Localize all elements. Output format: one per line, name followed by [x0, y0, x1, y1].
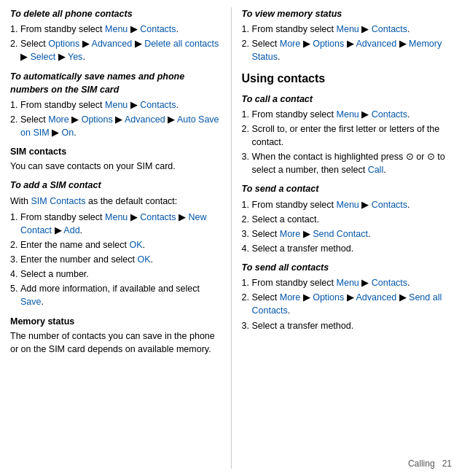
- left-column: To delete all phone contacts From standb…: [0, 7, 232, 469]
- section-autosave-title: To automatically save names and phone nu…: [10, 70, 221, 96]
- section-send-contact-steps: From standby select Menu ▶ Contacts. Sel…: [252, 198, 453, 256]
- section-delete-contacts: To delete all phone contacts From standb…: [10, 7, 221, 64]
- highlight: More: [280, 292, 300, 303]
- highlight: Options: [48, 39, 79, 49]
- section-call-contact: To call a contact From standby select Me…: [242, 93, 453, 177]
- section-view-memory-title: To view memory status: [242, 7, 453, 20]
- section-delete-steps: From standby select Menu ▶ Contacts. Sel…: [20, 23, 221, 63]
- section-sim-contacts: SIM contacts You can save contacts on yo…: [10, 145, 221, 173]
- section-add-sim-steps: From standby select Menu ▶ Contacts ▶ Ne…: [20, 211, 221, 309]
- right-column: To view memory status From standby selec…: [232, 7, 463, 469]
- highlight: Menu: [337, 24, 359, 34]
- section-add-sim: To add a SIM contact With SIM Contacts a…: [10, 179, 221, 308]
- list-item: From standby select Menu ▶ Contacts.: [20, 23, 221, 36]
- list-item: Select More ▶ Send Contact.: [252, 227, 453, 241]
- memory-status-body: The number of contacts you can save in t…: [10, 329, 221, 356]
- page: To delete all phone contacts From standb…: [0, 0, 462, 476]
- list-item: From standby select Menu ▶ Contacts.: [252, 198, 453, 211]
- highlight: Menu: [337, 278, 359, 288]
- highlight: SIM Contacts: [31, 196, 85, 206]
- highlight: OK: [129, 240, 142, 250]
- list-item: Scroll to, or enter the first letter or …: [252, 122, 453, 149]
- memory-status-heading: Memory status: [10, 315, 221, 328]
- highlight: More: [48, 114, 68, 125]
- footer: Calling 21: [408, 458, 452, 470]
- section-add-sim-title: To add a SIM contact: [10, 179, 221, 192]
- section-view-memory: To view memory status From standby selec…: [242, 7, 453, 64]
- section-add-sim-intro: With SIM Contacts as the default contact…: [10, 195, 221, 208]
- highlight: More: [280, 39, 300, 49]
- highlight: Contacts: [372, 109, 407, 120]
- list-item: Select a number.: [20, 268, 221, 281]
- section-send-all-steps: From standby select Menu ▶ Contacts. Sel…: [252, 276, 453, 332]
- footer-label: Calling: [408, 459, 435, 469]
- highlight: Advanced: [356, 39, 397, 49]
- highlight: Options: [313, 292, 344, 303]
- highlight: Save: [20, 297, 42, 307]
- highlight: Menu: [105, 100, 128, 110]
- footer-page: 21: [442, 459, 452, 469]
- list-item: From standby select Menu ▶ Contacts.: [252, 108, 453, 121]
- list-item: Select Options ▶ Advanced ▶ Delete all c…: [20, 37, 221, 63]
- section-call-contact-steps: From standby select Menu ▶ Contacts. Scr…: [252, 108, 453, 177]
- list-item: Select a transfer method.: [252, 242, 453, 255]
- section-send-all-contacts: To send all contacts From standby select…: [242, 261, 453, 332]
- highlight: OK: [138, 254, 151, 265]
- section-using-contacts: Using contacts: [242, 70, 453, 87]
- list-item: From standby select Menu ▶ Contacts.: [20, 98, 221, 112]
- list-item: When the contact is highlighted press ⊙ …: [252, 150, 453, 176]
- list-item: Select More ▶ Options ▶ Advanced ▶ Memor…: [252, 37, 453, 63]
- highlight: Options: [82, 114, 113, 125]
- list-item: Select More ▶ Options ▶ Advanced ▶ Send …: [252, 291, 453, 317]
- highlight: Contacts: [140, 24, 176, 34]
- highlight: Contacts: [372, 24, 407, 34]
- highlight: Menu: [105, 212, 128, 222]
- section-autosave-steps: From standby select Menu ▶ Contacts. Sel…: [20, 98, 221, 139]
- highlight: Send Contact: [313, 229, 368, 239]
- highlight: Add: [63, 225, 79, 235]
- list-item: Enter the number and select OK.: [20, 253, 221, 266]
- section-call-contact-title: To call a contact: [242, 93, 453, 106]
- highlight: Call: [368, 165, 384, 175]
- highlight: Contacts: [140, 100, 176, 110]
- section-send-all-title: To send all contacts: [242, 261, 453, 274]
- section-view-memory-steps: From standby select Menu ▶ Contacts. Sel…: [252, 23, 453, 63]
- highlight: Advanced: [92, 39, 133, 49]
- highlight: Advanced: [356, 292, 397, 303]
- highlight: On: [62, 128, 74, 138]
- list-item: From standby select Menu ▶ Contacts.: [252, 23, 453, 36]
- highlight: Options: [313, 39, 344, 49]
- highlight: Delete all contacts: [144, 39, 219, 49]
- list-item: Enter the name and select OK.: [20, 238, 221, 251]
- section-send-contact: To send a contact From standby select Me…: [242, 182, 453, 255]
- highlight: Contacts: [372, 200, 407, 210]
- list-item: From standby select Menu ▶ Contacts ▶ Ne…: [20, 211, 221, 237]
- list-item: Select a contact.: [252, 213, 453, 226]
- list-item: Select a transfer method.: [252, 319, 453, 332]
- highlight: Menu: [337, 109, 359, 120]
- highlight: Menu: [337, 200, 359, 210]
- list-item: Add more information, if available and s…: [20, 282, 221, 308]
- sim-contacts-body: You can save contacts on your SIM card.: [10, 160, 221, 173]
- highlight: Select: [30, 52, 55, 62]
- highlight: Contacts: [372, 278, 407, 288]
- section-autosave: To automatically save names and phone nu…: [10, 70, 221, 140]
- section-delete-title: To delete all phone contacts: [10, 7, 221, 20]
- list-item: From standby select Menu ▶ Contacts.: [252, 276, 453, 289]
- highlight: Advanced: [125, 114, 165, 125]
- section-memory-status: Memory status The number of contacts you…: [10, 315, 221, 356]
- section-send-contact-title: To send a contact: [242, 182, 453, 195]
- highlight: More: [280, 229, 300, 239]
- list-item: Select More ▶ Options ▶ Advanced ▶ Auto …: [20, 113, 221, 139]
- highlight: Yes: [68, 52, 82, 62]
- highlight: Contacts: [140, 212, 176, 222]
- highlight: Menu: [105, 24, 128, 34]
- sim-contacts-heading: SIM contacts: [10, 145, 221, 158]
- using-contacts-heading: Using contacts: [242, 70, 453, 87]
